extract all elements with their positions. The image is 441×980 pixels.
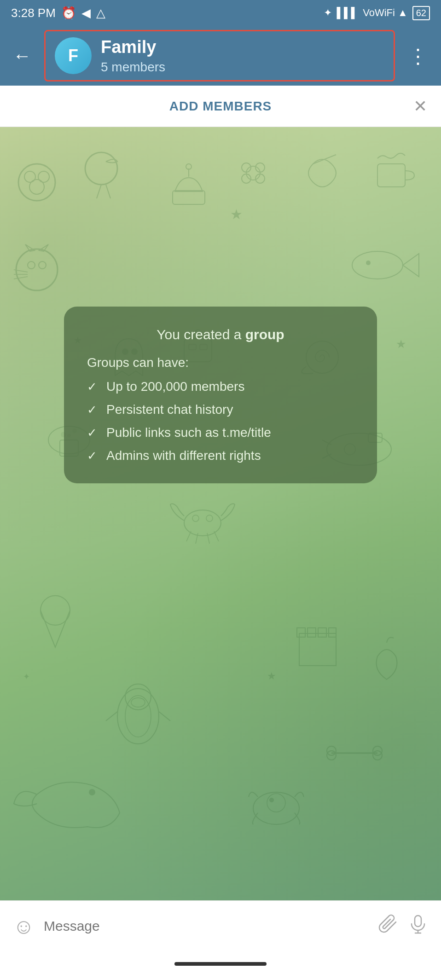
svg-line-45 [196, 533, 198, 544]
group-name: Family [101, 37, 384, 58]
svg-point-48 [192, 515, 199, 522]
svg-line-6 [106, 185, 110, 198]
svg-rect-53 [308, 628, 316, 637]
attach-button[interactable] [378, 914, 399, 939]
svg-text:✦: ✦ [23, 672, 30, 681]
microphone-button[interactable] [408, 914, 428, 939]
battery-icon: 62 [412, 6, 430, 20]
svg-point-17 [16, 249, 58, 290]
group-avatar: F [55, 37, 92, 74]
svg-point-43 [184, 510, 221, 536]
svg-point-19 [39, 261, 46, 269]
svg-rect-52 [297, 628, 305, 637]
more-options-button[interactable]: ⋮ [404, 41, 432, 71]
home-bar [174, 962, 267, 966]
svg-rect-55 [329, 628, 336, 637]
svg-point-49 [206, 515, 213, 522]
svg-line-44 [186, 531, 191, 541]
status-right: ✦ ▌▌▌ VoWiFi ▲ 62 [324, 6, 430, 20]
check-icon: ✓ [87, 403, 97, 417]
svg-line-22 [14, 277, 28, 279]
signal-icon: ▌▌▌ [337, 7, 358, 19]
svg-point-63 [327, 746, 336, 755]
list-item: ✓Persistent chat history [87, 402, 354, 417]
chat-background: ★ ★ ★ ★ ✦ You created a group Groups can… [0, 127, 441, 900]
svg-point-10 [246, 166, 260, 180]
svg-point-74 [267, 794, 285, 812]
back-button[interactable]: ← [9, 42, 35, 70]
svg-point-3 [29, 180, 44, 194]
check-icon: ✓ [87, 380, 97, 394]
svg-point-24 [366, 261, 371, 265]
svg-point-50 [41, 596, 70, 625]
chat-header: ← F Family 5 members ⋮ [0, 26, 441, 86]
add-members-label[interactable]: ADD MEMBERS [169, 99, 272, 114]
emoji-button[interactable]: ☺ [13, 914, 35, 939]
add-members-bar: ADD MEMBERS ✕ [0, 86, 441, 127]
check-icon: ✓ [87, 426, 97, 440]
svg-point-66 [373, 751, 382, 760]
member-count: 5 members [101, 60, 384, 75]
svg-line-61 [159, 712, 170, 721]
svg-line-20 [14, 270, 28, 272]
svg-line-15 [313, 155, 336, 164]
status-left: 3:28 PM ⏰ ◀ △ [11, 6, 105, 20]
svg-point-56 [117, 689, 159, 744]
svg-point-64 [327, 751, 336, 760]
svg-point-23 [352, 251, 403, 279]
wifi-icon: VoWiFi ▲ [363, 7, 408, 19]
svg-rect-16 [377, 164, 405, 187]
bottom-bar: ☺ [0, 900, 441, 951]
message-input[interactable] [44, 918, 369, 934]
svg-point-59 [131, 698, 145, 707]
svg-point-73 [253, 792, 299, 824]
svg-point-0 [18, 164, 55, 201]
svg-point-11 [242, 163, 251, 172]
list-item: ✓Up to 200,000 members [87, 379, 354, 394]
svg-point-13 [242, 174, 251, 183]
svg-point-1 [24, 171, 35, 182]
svg-line-47 [214, 531, 219, 541]
svg-rect-76 [415, 916, 421, 927]
alarm-icon: ⏰ [61, 6, 76, 20]
svg-point-2 [38, 171, 49, 182]
svg-point-58 [125, 684, 151, 710]
home-indicator [0, 951, 441, 977]
svg-rect-54 [318, 628, 326, 637]
svg-point-14 [255, 174, 265, 183]
close-button[interactable]: ✕ [413, 97, 427, 116]
svg-rect-7 [173, 191, 205, 204]
svg-line-60 [106, 712, 117, 721]
bluetooth-icon: ✦ [324, 7, 332, 19]
svg-point-12 [255, 163, 265, 172]
svg-line-5 [97, 185, 101, 198]
list-item: ✓Admins with different rights [87, 448, 354, 463]
svg-point-18 [28, 261, 35, 269]
group-info-highlight[interactable]: F Family 5 members [44, 30, 395, 81]
svg-point-9 [186, 164, 191, 169]
info-card: You created a group Groups can have: ✓Up… [64, 307, 377, 483]
info-card-title: You created a group [87, 327, 354, 342]
status-time: 3:28 PM [11, 6, 56, 20]
svg-point-65 [373, 746, 382, 755]
svg-line-46 [207, 533, 209, 544]
svg-text:★: ★ [396, 337, 406, 350]
check-icon: ✓ [87, 449, 97, 463]
info-card-subtitle: Groups can have: [87, 355, 354, 370]
status-bar: 3:28 PM ⏰ ◀ △ ✦ ▌▌▌ VoWiFi ▲ 62 [0, 0, 441, 26]
svg-text:★: ★ [230, 207, 243, 222]
alert-icon: △ [96, 6, 105, 20]
svg-text:★: ★ [267, 670, 276, 682]
svg-point-67 [89, 789, 95, 795]
svg-point-75 [269, 798, 274, 802]
doodle-layer: ★ ★ ★ ★ ✦ [0, 127, 441, 900]
header-info: Family 5 members [101, 37, 384, 75]
svg-point-4 [85, 152, 117, 185]
svg-rect-51 [299, 633, 336, 666]
location-icon: ◀ [81, 6, 91, 20]
list-item: ✓Public links such as t.me/title [87, 425, 354, 440]
svg-point-57 [125, 696, 151, 737]
info-list: ✓Up to 200,000 members✓Persistent chat h… [87, 379, 354, 463]
